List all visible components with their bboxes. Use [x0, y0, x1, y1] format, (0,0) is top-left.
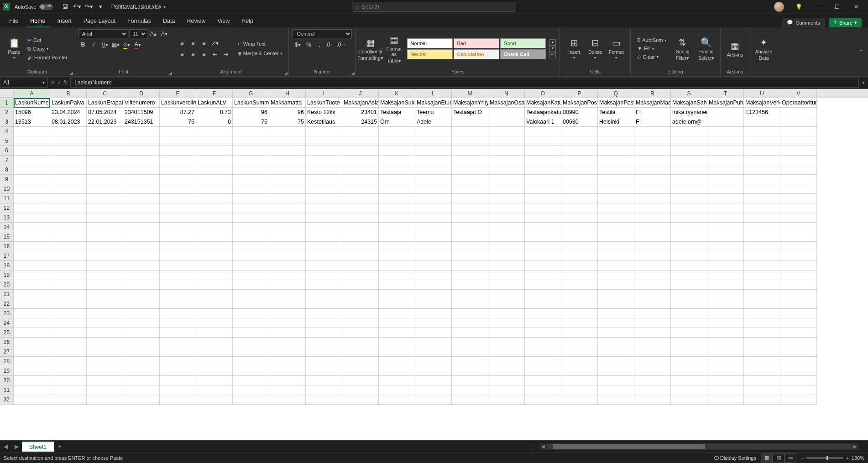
cell[interactable]: [561, 213, 598, 223]
cell[interactable]: [525, 184, 561, 194]
name-box[interactable]: A1 ▾: [0, 78, 48, 88]
align-middle-icon[interactable]: ≡: [188, 39, 198, 48]
cell[interactable]: [780, 357, 817, 366]
cell[interactable]: [306, 376, 342, 385]
accounting-format-icon[interactable]: $▾: [293, 40, 303, 49]
cell[interactable]: [561, 271, 598, 280]
cell[interactable]: [50, 366, 87, 376]
cell[interactable]: [160, 357, 196, 366]
cancel-formula-icon[interactable]: ✕: [51, 79, 55, 86]
cell[interactable]: [342, 127, 379, 136]
cell[interactable]: [342, 290, 379, 299]
cell[interactable]: [269, 280, 306, 290]
cell[interactable]: [561, 338, 598, 347]
cell[interactable]: [160, 338, 196, 347]
fill-button[interactable]: ▼Fill▾: [634, 45, 669, 52]
cell[interactable]: 15096: [14, 108, 50, 117]
cell[interactable]: [634, 309, 671, 318]
cell[interactable]: [306, 299, 342, 309]
cell[interactable]: [488, 117, 525, 127]
cell[interactable]: [50, 347, 87, 357]
cell[interactable]: [780, 328, 817, 338]
cell[interactable]: [87, 328, 123, 338]
cell[interactable]: [525, 385, 561, 395]
cell[interactable]: [780, 366, 817, 376]
format-as-table-button[interactable]: ▤ Format as Table▾: [383, 32, 404, 65]
cell[interactable]: [306, 175, 342, 184]
cell[interactable]: [50, 184, 87, 194]
cell[interactable]: MaksajanPuhelin: [707, 98, 744, 108]
cell[interactable]: [780, 280, 817, 290]
increase-indent-icon[interactable]: ⇥: [221, 50, 231, 59]
cell[interactable]: [415, 213, 452, 223]
cell[interactable]: [671, 299, 707, 309]
cell[interactable]: [452, 290, 488, 299]
row-header[interactable]: 12: [0, 203, 14, 213]
cell[interactable]: [525, 261, 561, 271]
cell[interactable]: [160, 213, 196, 223]
cell[interactable]: [269, 347, 306, 357]
cell[interactable]: [160, 194, 196, 203]
cell[interactable]: [233, 271, 269, 280]
cell[interactable]: [123, 366, 160, 376]
add-sheet-button[interactable]: ＋: [54, 441, 66, 453]
cell[interactable]: [634, 175, 671, 184]
cell[interactable]: [780, 156, 817, 165]
cell[interactable]: [87, 366, 123, 376]
cell[interactable]: [233, 366, 269, 376]
cell[interactable]: [87, 357, 123, 366]
cell[interactable]: [269, 156, 306, 165]
cell[interactable]: [561, 376, 598, 385]
cell[interactable]: [488, 318, 525, 328]
cell[interactable]: [488, 175, 525, 184]
cell[interactable]: [525, 194, 561, 203]
cell[interactable]: [160, 328, 196, 338]
cell[interactable]: [488, 203, 525, 213]
cell[interactable]: [415, 251, 452, 261]
cell[interactable]: [14, 299, 50, 309]
cell[interactable]: [744, 309, 780, 318]
column-header[interactable]: K: [379, 89, 415, 98]
cell[interactable]: [561, 127, 598, 136]
cell[interactable]: [306, 261, 342, 271]
italic-button[interactable]: I: [89, 40, 99, 49]
cell[interactable]: [342, 309, 379, 318]
cell[interactable]: [379, 280, 415, 290]
cell[interactable]: [160, 318, 196, 328]
cell[interactable]: [196, 175, 233, 184]
gallery-up-icon[interactable]: ▴: [549, 39, 556, 46]
cell[interactable]: [488, 127, 525, 136]
cell[interactable]: [306, 203, 342, 213]
cell[interactable]: [342, 165, 379, 175]
cell[interactable]: mika.ryynanen: [671, 108, 707, 117]
cell[interactable]: [342, 213, 379, 223]
cell[interactable]: [50, 213, 87, 223]
cell[interactable]: [780, 223, 817, 232]
cell[interactable]: [233, 376, 269, 385]
cell[interactable]: [671, 184, 707, 194]
cell[interactable]: [196, 184, 233, 194]
cell[interactable]: [452, 328, 488, 338]
cell[interactable]: [707, 299, 744, 309]
cell[interactable]: [269, 165, 306, 175]
fx-icon[interactable]: fx: [63, 79, 68, 86]
cell[interactable]: [123, 385, 160, 395]
cell[interactable]: [269, 290, 306, 299]
cell[interactable]: [87, 280, 123, 290]
column-header[interactable]: A: [14, 89, 50, 98]
cell[interactable]: [561, 280, 598, 290]
paste-button[interactable]: 📋 Paste ▾: [4, 32, 25, 65]
cell[interactable]: [634, 338, 671, 347]
cell[interactable]: [50, 376, 87, 385]
cell[interactable]: [306, 136, 342, 146]
cell[interactable]: [634, 184, 671, 194]
cell[interactable]: [598, 347, 634, 357]
cell[interactable]: 8.73: [196, 108, 233, 117]
cell[interactable]: [87, 347, 123, 357]
cell[interactable]: [379, 309, 415, 318]
cell[interactable]: [634, 261, 671, 271]
cell[interactable]: [488, 395, 525, 405]
cell[interactable]: [561, 261, 598, 271]
font-color-button[interactable]: A▾: [133, 40, 143, 49]
row-header[interactable]: 10: [0, 184, 14, 194]
